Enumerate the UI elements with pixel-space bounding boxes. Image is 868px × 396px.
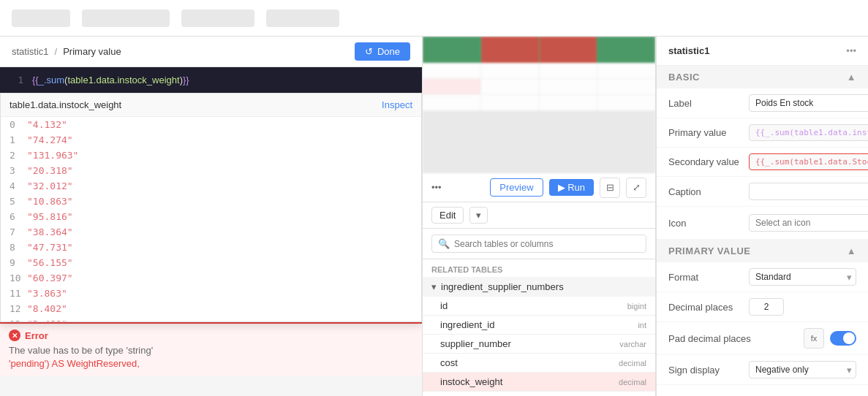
autocomplete-item[interactable]: 12"8.402" bbox=[1, 301, 421, 316]
table-column-row[interactable]: instock_weightdecimal bbox=[423, 373, 655, 392]
autocomplete-header: table1.data.instock_weight Inspect bbox=[1, 94, 421, 117]
column-type: int bbox=[638, 321, 646, 330]
breadcrumb-sep: / bbox=[55, 46, 58, 57]
autocomplete-item[interactable]: 8"47.731" bbox=[1, 240, 421, 255]
autocomplete-item[interactable]: 1"74.274" bbox=[1, 132, 421, 148]
pad-decimal-row: Pad decimal places fx bbox=[657, 322, 868, 355]
autocomplete-dropdown: table1.data.instock_weight Inspect 0"4.1… bbox=[0, 93, 422, 322]
breadcrumb-bar: statistic1 / Primary value ↺ Done bbox=[0, 37, 422, 67]
column-name: cost bbox=[440, 357, 619, 368]
search-input-wrap: 🔍 bbox=[431, 235, 646, 253]
sign-display-select-wrap: Negative only ▾ bbox=[749, 361, 856, 378]
line-number: 1 bbox=[6, 75, 23, 85]
pad-fx-button[interactable]: fx bbox=[804, 328, 824, 349]
table-column-row[interactable]: ingredient_idint bbox=[423, 316, 655, 335]
search-input[interactable] bbox=[454, 239, 640, 249]
preview-button[interactable]: Preview bbox=[490, 178, 543, 197]
sign-display-select[interactable]: Negative only bbox=[749, 361, 856, 378]
primary-value-code[interactable]: {{_.sum(table1.data.instock_weight)}} bbox=[749, 124, 868, 141]
autocomplete-item[interactable]: 11"3.863" bbox=[1, 286, 421, 301]
decimal-places-label: Decimal places bbox=[668, 302, 749, 313]
edit-row: Edit ▾ bbox=[423, 202, 655, 229]
error-header: ✕ Error bbox=[9, 330, 413, 341]
autocomplete-item[interactable]: 9"56.155" bbox=[1, 255, 421, 270]
error-code: 'pending') AS WeightReserved, bbox=[9, 358, 140, 369]
pad-decimal-label: Pad decimal places bbox=[668, 333, 804, 344]
autocomplete-item[interactable]: 6"95.816" bbox=[1, 209, 421, 224]
icon-label: Icon bbox=[668, 218, 749, 229]
column-type: decimal bbox=[619, 359, 646, 368]
caption-row: Caption bbox=[657, 177, 868, 207]
inspect-link[interactable]: Inspect bbox=[382, 99, 412, 110]
breadcrumb-parent: statistic1 bbox=[12, 46, 49, 57]
caption-label: Caption bbox=[668, 186, 749, 197]
autocomplete-title: table1.data.instock_weight bbox=[10, 99, 121, 110]
column-type: varchar bbox=[619, 340, 646, 349]
topbar-item-3 bbox=[181, 9, 254, 27]
autocomplete-item[interactable]: 7"38.364" bbox=[1, 224, 421, 240]
autocomplete-item[interactable]: 10"60.397" bbox=[1, 270, 421, 286]
autocomplete-item[interactable]: 5"10.863" bbox=[1, 194, 421, 209]
table-column-row[interactable]: supplier_numbervarchar bbox=[423, 335, 655, 354]
edit-button[interactable]: Edit bbox=[431, 207, 464, 224]
format-select[interactable]: Standard bbox=[749, 268, 856, 286]
error-panel: ✕ Error The value has to be of type 'str… bbox=[0, 322, 422, 376]
layout-icon-button[interactable]: ⊟ bbox=[600, 178, 620, 198]
right-panel-title: statistic1 bbox=[668, 45, 709, 56]
top-bar bbox=[0, 0, 868, 37]
format-select-wrap: Standard ▾ bbox=[749, 268, 856, 286]
right-more-icon[interactable]: ••• bbox=[846, 45, 856, 56]
format-label: Format bbox=[668, 272, 749, 283]
format-row: Format Standard ▾ bbox=[657, 262, 868, 292]
run-button[interactable]: ▶ Run bbox=[549, 179, 594, 196]
icon-input[interactable] bbox=[749, 214, 868, 232]
table-column-row[interactable]: costdecimal bbox=[423, 354, 655, 373]
more-options-button[interactable]: ••• bbox=[431, 182, 442, 193]
autocomplete-item[interactable]: 13"3.460" bbox=[1, 316, 421, 321]
code-editor[interactable]: 1 {{_.sum(table1.data.instock_weight)}} bbox=[0, 67, 422, 93]
search-box: 🔍 bbox=[423, 229, 655, 259]
expand-icon-button[interactable]: ⤢ bbox=[626, 178, 646, 198]
editor-line-1: 1 {{_.sum(table1.data.instock_weight)}} bbox=[0, 73, 422, 87]
column-name: ingredient_id bbox=[440, 319, 638, 330]
autocomplete-item[interactable]: 0"4.132" bbox=[1, 117, 421, 132]
topbar-item-4 bbox=[266, 9, 339, 27]
error-title: Error bbox=[25, 330, 48, 341]
group-name: ingredient_supplier_numbers bbox=[441, 281, 564, 292]
edit-chevron-button[interactable]: ▾ bbox=[469, 207, 488, 224]
pad-toggle[interactable] bbox=[830, 331, 856, 346]
middle-panel: ••• Preview ▶ Run ⊟ ⤢ Edit ▾ 🔍 Related t… bbox=[422, 37, 656, 396]
label-field-label: Label bbox=[668, 98, 749, 109]
right-panel: statistic1 ••• BASIC ▲ Label Primary val… bbox=[656, 37, 868, 396]
column-type: bigint bbox=[627, 302, 646, 311]
autocomplete-item[interactable]: 4"32.012" bbox=[1, 178, 421, 194]
autocomplete-item[interactable]: 2"131.963" bbox=[1, 148, 421, 163]
done-button[interactable]: ↺ Done bbox=[355, 42, 410, 61]
autocomplete-item[interactable]: 3"20.318" bbox=[1, 163, 421, 178]
done-icon: ↺ bbox=[365, 46, 373, 57]
group-chevron-icon: ▾ bbox=[431, 281, 437, 292]
toolbar-row: ••• Preview ▶ Run ⊟ ⤢ bbox=[423, 173, 655, 202]
preview-data bbox=[423, 37, 655, 173]
primary-collapse-icon[interactable]: ▲ bbox=[847, 245, 856, 256]
secondary-value-row: Secondary value {{_.sum(table1.data.Stoc… bbox=[657, 148, 868, 177]
right-header: statistic1 ••• bbox=[657, 37, 868, 66]
search-icon: 🔍 bbox=[438, 238, 450, 249]
sign-display-row: Sign display Negative only ▾ bbox=[657, 355, 868, 385]
topbar-item-1 bbox=[12, 9, 70, 27]
decimal-places-input[interactable] bbox=[749, 298, 784, 316]
sign-display-label: Sign display bbox=[668, 365, 749, 376]
label-input[interactable] bbox=[749, 94, 868, 112]
autocomplete-list: 0"4.132"1"74.274"2"131.963"3"20.318"4"32… bbox=[1, 117, 421, 321]
table-group-header[interactable]: ▾ ingredient_supplier_numbers bbox=[423, 277, 655, 297]
basic-collapse-icon[interactable]: ▲ bbox=[847, 72, 856, 83]
caption-input[interactable] bbox=[749, 183, 868, 200]
secondary-value-label: Secondary value bbox=[668, 156, 749, 167]
icon-row: Icon fx bbox=[657, 207, 868, 240]
toggle-knob bbox=[843, 332, 855, 344]
table-columns: idbigintingredient_idintsupplier_numberv… bbox=[423, 297, 655, 392]
error-icon: ✕ bbox=[9, 330, 20, 341]
secondary-value-code[interactable]: {{_.sum(table1.data.StockValeur)}} bbox=[749, 153, 868, 170]
table-column-row[interactable]: idbigint bbox=[423, 297, 655, 316]
column-name: id bbox=[440, 300, 627, 311]
